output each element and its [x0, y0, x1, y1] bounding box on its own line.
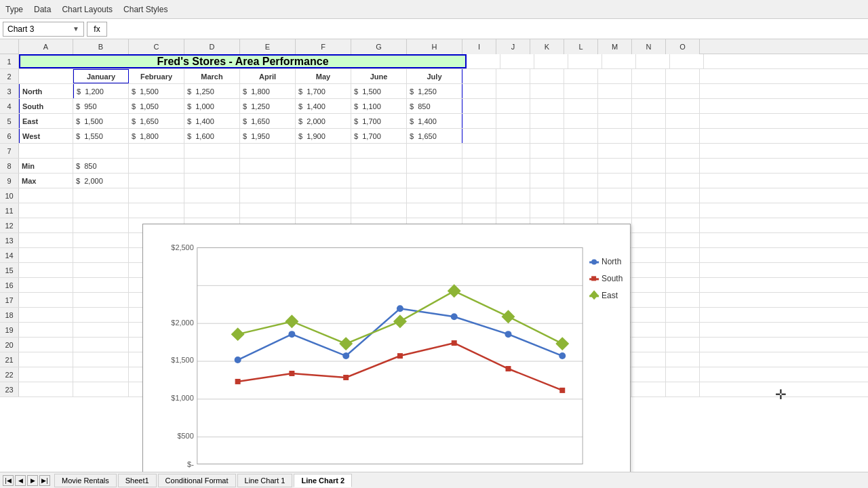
cell-9-B[interactable]: $ 2,000	[73, 174, 129, 188]
cell-5-N[interactable]	[632, 114, 666, 128]
cell-11-E[interactable]	[240, 203, 296, 218]
cell-8-C[interactable]	[129, 159, 184, 173]
cell-17-A[interactable]	[19, 293, 73, 307]
col-header-M[interactable]: M	[598, 39, 632, 54]
cell-9-D[interactable]	[184, 174, 240, 188]
cell-11-L[interactable]	[564, 203, 598, 218]
cell-19-A[interactable]	[19, 323, 73, 337]
cell-1-M[interactable]	[602, 54, 636, 68]
cell-11-O[interactable]	[666, 203, 700, 218]
cell-4-F[interactable]: $ 1,400	[296, 99, 351, 113]
cell-9-E[interactable]	[240, 174, 296, 188]
cell-8-H[interactable]	[407, 159, 462, 173]
cell-7-J[interactable]	[496, 144, 530, 158]
cell-9-L[interactable]	[564, 174, 598, 188]
cell-10-F[interactable]	[296, 188, 351, 203]
cell-9-G[interactable]	[351, 174, 407, 188]
cell-8-M[interactable]	[598, 159, 632, 173]
cell-18-B[interactable]	[73, 308, 129, 322]
cell-22-A[interactable]	[19, 367, 73, 382]
tab-sheet1[interactable]: Sheet1	[118, 474, 157, 487]
cell-6-O[interactable]	[666, 129, 700, 143]
cell-20-A[interactable]	[19, 338, 73, 352]
cell-22-O[interactable]	[666, 367, 700, 382]
cell-2-C[interactable]: February	[129, 69, 184, 83]
formula-input[interactable]	[110, 22, 865, 37]
cell-4-M[interactable]	[598, 99, 632, 113]
cell-18-O[interactable]	[666, 308, 700, 322]
cell-17-B[interactable]	[73, 293, 129, 307]
cell-12-O[interactable]	[666, 218, 700, 232]
cell-4-K[interactable]	[530, 99, 564, 113]
cell-3-K[interactable]	[530, 84, 564, 98]
cell-14-N[interactable]	[632, 248, 666, 262]
cell-4-J[interactable]	[496, 99, 530, 113]
cell-6-B[interactable]: $ 1,550	[73, 129, 129, 143]
cell-20-O[interactable]	[666, 338, 700, 352]
cell-10-O[interactable]	[666, 188, 700, 203]
col-header-O[interactable]: O	[666, 39, 700, 54]
cell-4-G[interactable]: $ 1,100	[351, 99, 407, 113]
cell-22-N[interactable]	[632, 367, 666, 382]
cell-6-N[interactable]	[632, 129, 666, 143]
cell-4-E[interactable]: $ 1,250	[240, 99, 296, 113]
cell-6-C[interactable]: $ 1,800	[129, 129, 184, 143]
cell-23-B[interactable]	[73, 382, 129, 396]
cell-10-H[interactable]	[407, 188, 462, 203]
col-header-B[interactable]: B	[73, 39, 129, 54]
cell-7-L[interactable]	[564, 144, 598, 158]
cell-3-C[interactable]: $ 1,500	[129, 84, 184, 98]
tab-nav-next[interactable]: ▶	[27, 475, 38, 486]
col-header-E[interactable]: E	[240, 39, 296, 54]
cell-2-J[interactable]	[496, 69, 530, 83]
cell-10-C[interactable]	[129, 188, 184, 203]
cell-8-B[interactable]: $ 850	[73, 159, 129, 173]
cell-4-N[interactable]	[632, 99, 666, 113]
title-cell[interactable]: Fred's Stores - Area Performance	[19, 54, 467, 68]
cell-2-K[interactable]	[530, 69, 564, 83]
cell-5-I[interactable]	[462, 114, 496, 128]
cell-18-A[interactable]	[19, 308, 73, 322]
cell-7-F[interactable]	[296, 144, 351, 158]
cell-1-K[interactable]	[534, 54, 568, 68]
cell-6-K[interactable]	[530, 129, 564, 143]
cell-16-B[interactable]	[73, 278, 129, 292]
cell-11-G[interactable]	[351, 203, 407, 218]
cell-11-F[interactable]	[296, 203, 351, 218]
cell-7-K[interactable]	[530, 144, 564, 158]
cell-3-J[interactable]	[496, 84, 530, 98]
cell-10-J[interactable]	[496, 188, 530, 203]
cell-15-A[interactable]	[19, 263, 73, 277]
cell-8-K[interactable]	[530, 159, 564, 173]
cell-7-I[interactable]	[462, 144, 496, 158]
cell-20-N[interactable]	[632, 338, 666, 352]
cell-7-D[interactable]	[184, 144, 240, 158]
cell-7-C[interactable]	[129, 144, 184, 158]
cell-3-B[interactable]: $ 1,200	[73, 84, 129, 98]
name-box[interactable]: Chart 3 ▼	[3, 22, 84, 37]
cell-7-G[interactable]	[351, 144, 407, 158]
cell-23-N[interactable]	[632, 382, 666, 396]
cell-5-F[interactable]: $ 2,000	[296, 114, 351, 128]
cell-11-I[interactable]	[462, 203, 496, 218]
cell-15-N[interactable]	[632, 263, 666, 277]
cell-11-H[interactable]	[407, 203, 462, 218]
tab-nav-first[interactable]: |◀	[3, 475, 14, 486]
cell-16-O[interactable]	[666, 278, 700, 292]
cell-6-G[interactable]: $ 1,700	[351, 129, 407, 143]
cell-2-G[interactable]: June	[351, 69, 407, 83]
cell-7-O[interactable]	[666, 144, 700, 158]
cell-3-N[interactable]	[632, 84, 666, 98]
cell-6-A[interactable]: West	[19, 129, 73, 143]
cell-2-L[interactable]	[564, 69, 598, 83]
cell-16-N[interactable]	[632, 278, 666, 292]
cell-11-A[interactable]	[19, 203, 73, 218]
cell-1-N[interactable]	[636, 54, 670, 68]
cell-11-K[interactable]	[530, 203, 564, 218]
cell-7-A[interactable]	[19, 144, 73, 158]
cell-21-B[interactable]	[73, 352, 129, 367]
cell-11-M[interactable]	[598, 203, 632, 218]
tab-nav-last[interactable]: ▶|	[39, 475, 50, 486]
cell-4-H[interactable]: $ 850	[407, 99, 462, 113]
cell-7-N[interactable]	[632, 144, 666, 158]
